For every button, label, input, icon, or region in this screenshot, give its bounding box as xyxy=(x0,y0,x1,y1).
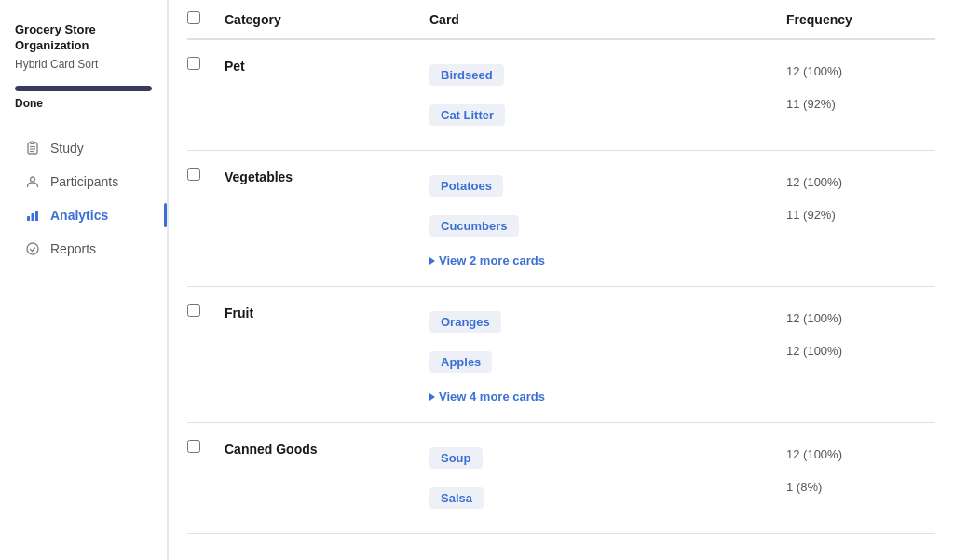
cards-col: Oranges Apples View 4 more cards xyxy=(429,302,786,407)
person-icon xyxy=(24,173,41,190)
clipboard-icon xyxy=(24,140,41,157)
category-checkbox-fruit[interactable] xyxy=(187,304,200,317)
category-name: Canned Goods xyxy=(225,438,429,457)
svg-point-5 xyxy=(31,177,35,182)
category-row: Vegetables Potatoes Cucumbers View 2 mor… xyxy=(187,151,935,286)
card-row: Cat Litter xyxy=(429,95,786,135)
main-content: Category Card Frequency Pet Birdseed Cat… xyxy=(169,0,954,560)
freq-col: 12 (100%)1 (8%) xyxy=(786,438,935,503)
table-container: Category Card Frequency Pet Birdseed Cat… xyxy=(169,0,954,534)
category-checkbox-wrap xyxy=(187,302,225,317)
cards-col: Soup Salsa xyxy=(429,438,786,518)
bar-chart-icon xyxy=(24,207,41,224)
category-checkbox-wrap xyxy=(187,438,225,453)
freq-cell: 11 (92%) xyxy=(786,88,935,120)
category-checkbox-vegetables[interactable] xyxy=(187,168,200,181)
category-checkbox-pet[interactable] xyxy=(187,57,200,70)
edit-icon xyxy=(24,240,41,257)
done-label: Done xyxy=(15,97,152,110)
view-more-button[interactable]: View 4 more cards xyxy=(429,382,786,407)
card-row: Salsa xyxy=(429,478,786,518)
svg-rect-6 xyxy=(27,216,30,221)
category-checkbox-canned-goods[interactable] xyxy=(187,440,200,453)
freq-cell: 1 (8%) xyxy=(786,471,935,503)
header-frequency: Frequency xyxy=(786,12,935,27)
category-name: Vegetables xyxy=(225,166,429,184)
progress-bar-fill xyxy=(15,86,152,91)
category-section-canned-goods: Canned Goods Soup Salsa 12 (100%)1 (8%) xyxy=(187,423,935,534)
category-section-vegetables: Vegetables Potatoes Cucumbers View 2 mor… xyxy=(187,151,935,287)
freq-col: 12 (100%)11 (92%) xyxy=(786,166,935,261)
card-row: Birdseed xyxy=(429,55,786,95)
svg-rect-1 xyxy=(31,142,35,144)
card-badge: Apples xyxy=(429,351,492,373)
view-more-button[interactable]: View 2 more cards xyxy=(429,246,786,271)
freq-cell: 12 (100%) xyxy=(786,55,935,88)
categories-list: Pet Birdseed Cat Litter 12 (100%)11 (92%… xyxy=(187,40,935,534)
sidebar-item-participants[interactable]: Participants xyxy=(15,166,152,198)
sidebar-item-reports[interactable]: Reports xyxy=(15,233,152,265)
header-card: Card xyxy=(429,12,786,27)
sidebar-item-analytics[interactable]: Analytics xyxy=(15,199,152,231)
card-badge: Birdseed xyxy=(429,64,504,86)
sidebar-item-analytics-label: Analytics xyxy=(50,208,108,223)
freq-cell: 12 (100%) xyxy=(786,166,935,198)
app-subtitle: Hybrid Card Sort xyxy=(15,58,152,71)
svg-rect-7 xyxy=(32,213,34,221)
category-name: Fruit xyxy=(225,302,429,321)
category-row: Pet Birdseed Cat Litter 12 (100%)11 (92%… xyxy=(187,40,935,150)
app-title: Grocery Store Organization xyxy=(15,22,152,54)
sidebar-nav: Study Participants Analytics xyxy=(15,132,152,266)
card-badge: Salsa xyxy=(429,487,484,509)
cards-col: Potatoes Cucumbers View 2 more cards xyxy=(429,166,786,271)
svg-rect-8 xyxy=(35,211,38,221)
category-section-pet: Pet Birdseed Cat Litter 12 (100%)11 (92%… xyxy=(187,40,935,151)
category-checkbox-wrap xyxy=(187,55,225,70)
sidebar-item-participants-label: Participants xyxy=(50,174,118,189)
header-checkbox-col xyxy=(187,11,225,27)
freq-col: 12 (100%)11 (92%) xyxy=(786,55,935,120)
chevron-right-icon xyxy=(429,257,435,265)
card-row: Potatoes xyxy=(429,166,786,206)
freq-col: 12 (100%)12 (100%) xyxy=(786,302,935,397)
freq-cell: 12 (100%) xyxy=(786,335,935,367)
chevron-right-icon xyxy=(429,393,435,401)
select-all-checkbox[interactable] xyxy=(187,11,200,24)
sidebar-item-reports-label: Reports xyxy=(50,241,96,256)
card-badge: Soup xyxy=(429,447,483,469)
card-badge: Cucumbers xyxy=(429,215,519,237)
header-category: Category xyxy=(225,12,429,27)
card-badge: Cat Litter xyxy=(429,104,505,126)
view-more-label: View 4 more cards xyxy=(439,389,545,403)
card-row: Oranges xyxy=(429,302,786,342)
view-more-label: View 2 more cards xyxy=(439,253,545,267)
freq-cell: 12 (100%) xyxy=(786,302,935,335)
card-badge: Potatoes xyxy=(429,175,503,197)
cards-col: Birdseed Cat Litter xyxy=(429,55,786,135)
sidebar-item-study[interactable]: Study xyxy=(15,132,152,164)
sidebar-item-study-label: Study xyxy=(50,141,84,156)
category-checkbox-wrap xyxy=(187,166,225,181)
table-header: Category Card Frequency xyxy=(187,0,935,40)
sidebar: Grocery Store Organization Hybrid Card S… xyxy=(0,0,168,560)
category-name: Pet xyxy=(225,55,429,74)
card-row: Apples xyxy=(429,342,786,382)
category-section-fruit: Fruit Oranges Apples View 4 more cards 1… xyxy=(187,287,935,423)
card-row: Soup xyxy=(429,438,786,478)
freq-cell: 11 (92%) xyxy=(786,198,935,231)
card-row: Cucumbers xyxy=(429,206,786,246)
svg-point-9 xyxy=(27,243,38,254)
category-row: Canned Goods Soup Salsa 12 (100%)1 (8%) xyxy=(187,423,935,533)
category-row: Fruit Oranges Apples View 4 more cards 1… xyxy=(187,287,935,422)
card-badge: Oranges xyxy=(429,311,501,333)
progress-bar xyxy=(15,86,152,91)
freq-cell: 12 (100%) xyxy=(786,438,935,471)
